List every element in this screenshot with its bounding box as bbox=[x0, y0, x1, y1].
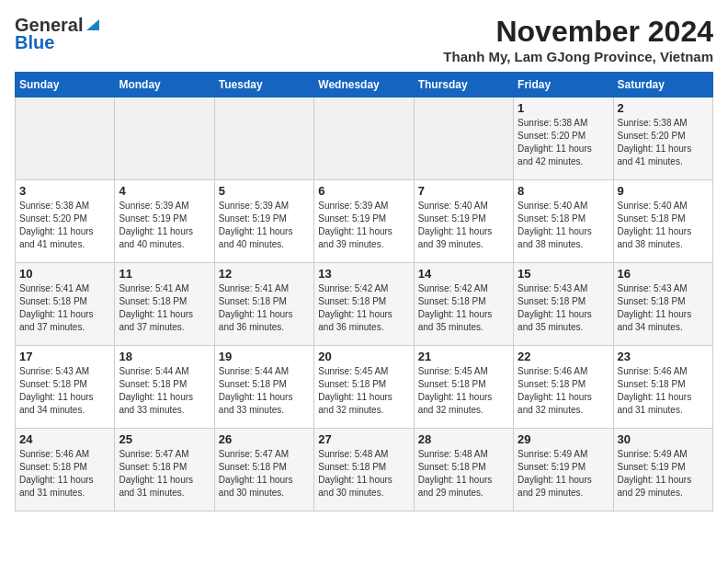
day-number: 16 bbox=[618, 267, 709, 281]
logo-icon bbox=[85, 16, 101, 32]
svg-marker-0 bbox=[86, 19, 99, 30]
calendar-cell: 3Sunrise: 5:38 AM Sunset: 5:20 PM Daylig… bbox=[16, 180, 115, 263]
calendar-cell: 11Sunrise: 5:41 AM Sunset: 5:18 PM Dayli… bbox=[115, 263, 214, 346]
day-number: 3 bbox=[19, 184, 110, 198]
day-number: 14 bbox=[418, 267, 509, 281]
day-info: Sunrise: 5:48 AM Sunset: 5:18 PM Dayligh… bbox=[318, 448, 409, 500]
calendar-cell: 10Sunrise: 5:41 AM Sunset: 5:18 PM Dayli… bbox=[16, 263, 115, 346]
day-number: 28 bbox=[418, 432, 509, 446]
day-number: 6 bbox=[318, 184, 409, 198]
day-number: 1 bbox=[518, 101, 609, 115]
day-number: 22 bbox=[518, 350, 609, 363]
calendar-cell: 5Sunrise: 5:39 AM Sunset: 5:19 PM Daylig… bbox=[214, 180, 313, 263]
month-title: November 2024 bbox=[443, 15, 713, 49]
calendar-cell: 29Sunrise: 5:49 AM Sunset: 5:19 PM Dayli… bbox=[514, 429, 613, 511]
day-number: 5 bbox=[219, 184, 310, 198]
calendar-cell bbox=[115, 98, 214, 180]
day-info: Sunrise: 5:41 AM Sunset: 5:18 PM Dayligh… bbox=[219, 282, 310, 334]
header: General Blue November 2024 Thanh My, Lam… bbox=[15, 15, 713, 64]
weekday-header: Friday bbox=[514, 73, 613, 98]
calendar-cell: 27Sunrise: 5:48 AM Sunset: 5:18 PM Dayli… bbox=[314, 429, 414, 511]
calendar-cell: 9Sunrise: 5:40 AM Sunset: 5:18 PM Daylig… bbox=[613, 180, 712, 263]
day-info: Sunrise: 5:49 AM Sunset: 5:19 PM Dayligh… bbox=[618, 448, 709, 500]
calendar-week-row: 10Sunrise: 5:41 AM Sunset: 5:18 PM Dayli… bbox=[16, 263, 713, 346]
day-info: Sunrise: 5:40 AM Sunset: 5:18 PM Dayligh… bbox=[518, 200, 609, 251]
day-info: Sunrise: 5:47 AM Sunset: 5:18 PM Dayligh… bbox=[219, 448, 310, 500]
day-info: Sunrise: 5:44 AM Sunset: 5:18 PM Dayligh… bbox=[119, 365, 210, 417]
calendar-cell: 7Sunrise: 5:40 AM Sunset: 5:19 PM Daylig… bbox=[414, 180, 513, 263]
day-info: Sunrise: 5:48 AM Sunset: 5:18 PM Dayligh… bbox=[418, 448, 509, 500]
calendar-week-row: 3Sunrise: 5:38 AM Sunset: 5:20 PM Daylig… bbox=[16, 180, 713, 263]
calendar-cell bbox=[16, 98, 115, 180]
calendar-week-row: 24Sunrise: 5:46 AM Sunset: 5:18 PM Dayli… bbox=[16, 429, 713, 511]
day-info: Sunrise: 5:42 AM Sunset: 5:18 PM Dayligh… bbox=[418, 282, 509, 334]
location-subtitle: Thanh My, Lam GJong Province, Vietnam bbox=[443, 49, 713, 64]
day-number: 21 bbox=[418, 350, 509, 363]
day-info: Sunrise: 5:38 AM Sunset: 5:20 PM Dayligh… bbox=[19, 200, 110, 251]
day-info: Sunrise: 5:49 AM Sunset: 5:19 PM Dayligh… bbox=[518, 448, 609, 500]
day-number: 4 bbox=[119, 184, 210, 198]
calendar-week-row: 1Sunrise: 5:38 AM Sunset: 5:20 PM Daylig… bbox=[16, 98, 713, 180]
weekday-header: Thursday bbox=[414, 73, 513, 98]
calendar-cell: 28Sunrise: 5:48 AM Sunset: 5:18 PM Dayli… bbox=[414, 429, 513, 511]
weekday-header: Monday bbox=[115, 73, 214, 98]
day-number: 24 bbox=[19, 432, 110, 446]
day-number: 23 bbox=[618, 350, 709, 363]
day-info: Sunrise: 5:44 AM Sunset: 5:18 PM Dayligh… bbox=[219, 365, 310, 417]
calendar-cell: 24Sunrise: 5:46 AM Sunset: 5:18 PM Dayli… bbox=[16, 429, 115, 511]
calendar-cell bbox=[414, 98, 513, 180]
calendar-cell: 26Sunrise: 5:47 AM Sunset: 5:18 PM Dayli… bbox=[214, 429, 313, 511]
day-info: Sunrise: 5:41 AM Sunset: 5:18 PM Dayligh… bbox=[119, 282, 210, 334]
weekday-header: Saturday bbox=[613, 73, 712, 98]
day-info: Sunrise: 5:45 AM Sunset: 5:18 PM Dayligh… bbox=[418, 365, 509, 417]
calendar-cell: 30Sunrise: 5:49 AM Sunset: 5:19 PM Dayli… bbox=[613, 429, 712, 511]
day-number: 15 bbox=[518, 267, 609, 281]
calendar-cell bbox=[214, 98, 313, 180]
day-info: Sunrise: 5:46 AM Sunset: 5:18 PM Dayligh… bbox=[19, 448, 110, 500]
day-number: 12 bbox=[219, 267, 310, 281]
day-info: Sunrise: 5:40 AM Sunset: 5:19 PM Dayligh… bbox=[418, 200, 509, 251]
day-info: Sunrise: 5:39 AM Sunset: 5:19 PM Dayligh… bbox=[119, 200, 210, 251]
day-number: 9 bbox=[618, 184, 709, 198]
calendar-week-row: 17Sunrise: 5:43 AM Sunset: 5:18 PM Dayli… bbox=[16, 346, 713, 429]
day-number: 26 bbox=[219, 432, 310, 446]
calendar-cell: 23Sunrise: 5:46 AM Sunset: 5:18 PM Dayli… bbox=[613, 346, 712, 429]
calendar-header-row: SundayMondayTuesdayWednesdayThursdayFrid… bbox=[16, 73, 713, 98]
title-area: November 2024 Thanh My, Lam GJong Provin… bbox=[443, 15, 713, 64]
calendar-cell: 8Sunrise: 5:40 AM Sunset: 5:18 PM Daylig… bbox=[514, 180, 613, 263]
day-number: 18 bbox=[119, 350, 210, 363]
day-number: 10 bbox=[19, 267, 110, 281]
day-number: 13 bbox=[318, 267, 409, 281]
day-info: Sunrise: 5:46 AM Sunset: 5:18 PM Dayligh… bbox=[518, 365, 609, 417]
day-number: 25 bbox=[119, 432, 210, 446]
day-info: Sunrise: 5:41 AM Sunset: 5:18 PM Dayligh… bbox=[19, 282, 110, 334]
day-info: Sunrise: 5:39 AM Sunset: 5:19 PM Dayligh… bbox=[318, 200, 409, 251]
day-number: 7 bbox=[418, 184, 509, 198]
calendar-cell: 22Sunrise: 5:46 AM Sunset: 5:18 PM Dayli… bbox=[514, 346, 613, 429]
day-number: 27 bbox=[318, 432, 409, 446]
day-info: Sunrise: 5:46 AM Sunset: 5:18 PM Dayligh… bbox=[618, 365, 709, 417]
logo: General Blue bbox=[15, 15, 101, 53]
day-number: 2 bbox=[618, 101, 709, 115]
day-info: Sunrise: 5:39 AM Sunset: 5:19 PM Dayligh… bbox=[219, 200, 310, 251]
day-number: 11 bbox=[119, 267, 210, 281]
day-number: 8 bbox=[518, 184, 609, 198]
calendar-cell: 1Sunrise: 5:38 AM Sunset: 5:20 PM Daylig… bbox=[514, 98, 613, 180]
day-info: Sunrise: 5:47 AM Sunset: 5:18 PM Dayligh… bbox=[119, 448, 210, 500]
day-number: 19 bbox=[219, 350, 310, 363]
calendar-body: 1Sunrise: 5:38 AM Sunset: 5:20 PM Daylig… bbox=[16, 98, 713, 511]
calendar-cell: 6Sunrise: 5:39 AM Sunset: 5:19 PM Daylig… bbox=[314, 180, 414, 263]
calendar-cell bbox=[314, 98, 414, 180]
day-number: 17 bbox=[19, 350, 110, 363]
day-info: Sunrise: 5:43 AM Sunset: 5:18 PM Dayligh… bbox=[618, 282, 709, 334]
calendar-cell: 17Sunrise: 5:43 AM Sunset: 5:18 PM Dayli… bbox=[16, 346, 115, 429]
calendar-cell: 20Sunrise: 5:45 AM Sunset: 5:18 PM Dayli… bbox=[314, 346, 414, 429]
calendar-table: SundayMondayTuesdayWednesdayThursdayFrid… bbox=[15, 72, 713, 511]
weekday-header: Tuesday bbox=[214, 73, 313, 98]
day-number: 30 bbox=[618, 432, 709, 446]
day-info: Sunrise: 5:43 AM Sunset: 5:18 PM Dayligh… bbox=[518, 282, 609, 334]
calendar-cell: 15Sunrise: 5:43 AM Sunset: 5:18 PM Dayli… bbox=[514, 263, 613, 346]
day-info: Sunrise: 5:40 AM Sunset: 5:18 PM Dayligh… bbox=[618, 200, 709, 251]
weekday-header: Wednesday bbox=[314, 73, 414, 98]
calendar-cell: 21Sunrise: 5:45 AM Sunset: 5:18 PM Dayli… bbox=[414, 346, 513, 429]
